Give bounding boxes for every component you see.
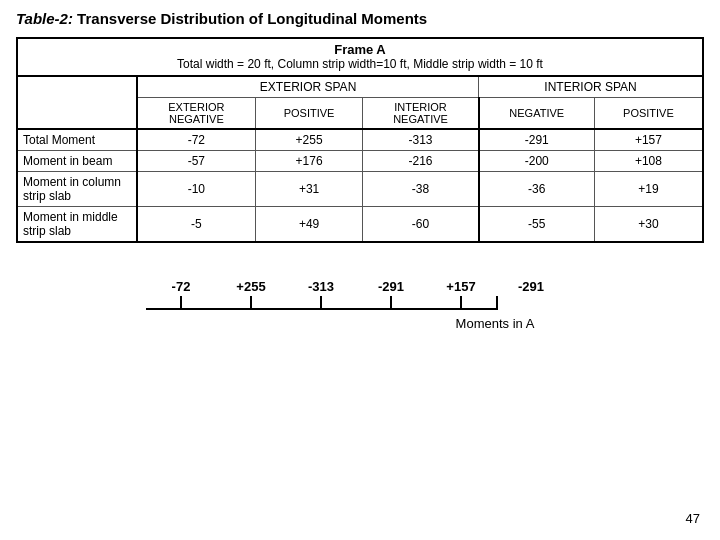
ext-neg-header: EXTERIORNEGATIVE [137, 98, 255, 130]
frame-section: Frame A Total width = 20 ft, Column stri… [16, 37, 704, 243]
tick-mark [496, 296, 498, 310]
horiz-seg [356, 308, 426, 310]
cell: +19 [594, 172, 703, 207]
cell: -36 [479, 172, 595, 207]
diagram-caption: Moments in A [286, 316, 704, 331]
moments-table: EXTERIOR SPAN INTERIOR SPAN EXTERIORNEGA… [16, 75, 704, 243]
frame-name: Frame A [334, 42, 386, 57]
diagram: -72 +255 -313 -291 +157 -291 [136, 261, 704, 310]
val-291a: -291 [356, 279, 426, 294]
empty-header [17, 76, 137, 129]
val-plus255: +255 [216, 279, 286, 294]
label-neg72: -72 [172, 279, 191, 294]
cell: -10 [137, 172, 255, 207]
row-label: Moment in middle strip slab [17, 207, 137, 243]
table-row: Moment in column strip slab -10 +31 -38 … [17, 172, 703, 207]
table-row: Moment in middle strip slab -5 +49 -60 -… [17, 207, 703, 243]
cell: -200 [479, 151, 595, 172]
val-291b: -291 [496, 279, 566, 294]
table-row: Total Moment -72 +255 -313 -291 +157 [17, 129, 703, 151]
label-neg291a: -291 [378, 279, 404, 294]
int-neg-header: INTERIORNEGATIVE [363, 98, 479, 130]
horiz-seg [426, 308, 496, 310]
tick-72 [146, 296, 216, 310]
bar-line-container [146, 296, 498, 310]
cell: +30 [594, 207, 703, 243]
val-72: -72 [146, 279, 216, 294]
cell: -291 [479, 129, 595, 151]
page-title: Table-2: Transverse Distribution of Long… [16, 10, 704, 27]
title-text: Transverse Distribution of Longitudinal … [73, 10, 427, 27]
frame-description: Total width = 20 ft, Column strip width=… [177, 57, 543, 71]
row-label: Moment in column strip slab [17, 172, 137, 207]
exterior-span-header: EXTERIOR SPAN [137, 76, 479, 98]
cell: +108 [594, 151, 703, 172]
tick-255 [216, 296, 286, 310]
span-group-row: EXTERIOR SPAN INTERIOR SPAN [17, 76, 703, 98]
cell: -55 [479, 207, 595, 243]
cell: +49 [255, 207, 363, 243]
page-number: 47 [686, 511, 700, 526]
cell: -57 [137, 151, 255, 172]
table-row: Moment in beam -57 +176 -216 -200 +108 [17, 151, 703, 172]
cell: +157 [594, 129, 703, 151]
positive-header: POSITIVE [255, 98, 363, 130]
cell: +176 [255, 151, 363, 172]
horiz-seg [286, 308, 356, 310]
diagram-area: -72 +255 -313 -291 +157 -291 [16, 261, 704, 331]
tick-291a [356, 296, 426, 310]
label-plus255: +255 [236, 279, 265, 294]
cell: +31 [255, 172, 363, 207]
page-num-text: 47 [686, 511, 700, 526]
cell: -38 [363, 172, 479, 207]
horiz-seg [216, 308, 286, 310]
frame-header: Frame A [16, 37, 704, 57]
row-label: Total Moment [17, 129, 137, 151]
horiz-seg [146, 308, 216, 310]
cell: -60 [363, 207, 479, 243]
cell: +255 [255, 129, 363, 151]
cell: -72 [137, 129, 255, 151]
pos-header: POSITIVE [594, 98, 703, 130]
cell: -313 [363, 129, 479, 151]
cell: -5 [137, 207, 255, 243]
interior-span-header: INTERIOR SPAN [479, 76, 703, 98]
tick-157 [426, 296, 496, 310]
label-plus157: +157 [446, 279, 475, 294]
tick-313 [286, 296, 356, 310]
neg-header: NEGATIVE [479, 98, 595, 130]
val-313: -313 [286, 279, 356, 294]
frame-subheader: Total width = 20 ft, Column strip width=… [16, 57, 704, 75]
tick-end [496, 296, 498, 310]
row-label: Moment in beam [17, 151, 137, 172]
cell: -216 [363, 151, 479, 172]
title-prefix: Table-2: [16, 10, 73, 27]
val-plus157: +157 [426, 279, 496, 294]
label-neg313: -313 [308, 279, 334, 294]
caption-text: Moments in A [456, 316, 535, 331]
label-neg291b: -291 [518, 279, 544, 294]
top-labels-row: -72 +255 -313 -291 +157 -291 [146, 261, 566, 294]
